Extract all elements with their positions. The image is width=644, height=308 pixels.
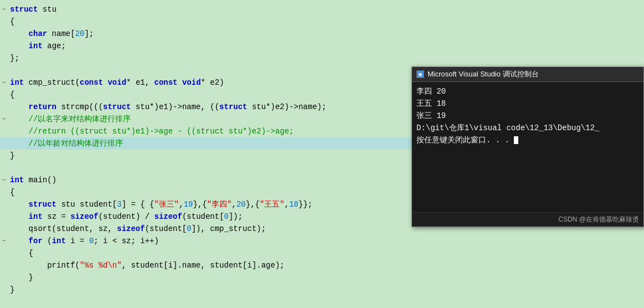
code-text: }; bbox=[8, 52, 640, 64]
code-line: }; bbox=[0, 52, 644, 64]
code-line: } bbox=[0, 271, 644, 284]
code-text: for (int i = 0; i < sz; i++) bbox=[8, 235, 640, 247]
console-window: ▣ Microsoft Visual Studio 调试控制台 李四 20王五 … bbox=[411, 66, 644, 227]
console-body: 李四 20王五 18张三 19D:\git\仓库1\visual code\12… bbox=[412, 82, 643, 212]
console-footer: CSDN @在肯德基吃麻辣烫 bbox=[412, 212, 643, 227]
fold-icon[interactable]: − bbox=[0, 235, 8, 247]
console-line: 李四 20 bbox=[416, 85, 639, 97]
code-text: } bbox=[8, 284, 640, 296]
code-text: int age; bbox=[8, 40, 640, 52]
code-text: } bbox=[8, 271, 640, 284]
code-line: −struct stu bbox=[0, 3, 644, 16]
code-line: { bbox=[0, 16, 644, 28]
console-icon: ▣ bbox=[416, 70, 424, 78]
code-line: − for (int i = 0; i < sz; i++) bbox=[0, 235, 644, 247]
code-line: { bbox=[0, 247, 644, 259]
fold-icon[interactable]: − bbox=[0, 76, 8, 89]
console-titlebar: ▣ Microsoft Visual Studio 调试控制台 bbox=[412, 67, 643, 82]
code-text: struct stu bbox=[8, 3, 640, 16]
code-text: printf("%s %d\n", student[i].name, stude… bbox=[8, 259, 640, 271]
code-line: } bbox=[0, 284, 644, 296]
console-title: Microsoft Visual Studio 调试控制台 bbox=[427, 69, 539, 79]
code-text: char name[20]; bbox=[8, 28, 640, 40]
code-text: { bbox=[8, 16, 640, 28]
fold-icon[interactable]: − bbox=[0, 174, 8, 186]
cursor bbox=[514, 136, 518, 144]
console-line: D:\git\仓库1\visual code\12_13\Debug\12_ bbox=[416, 122, 639, 134]
code-line: char name[20]; bbox=[0, 28, 644, 40]
main-container: −struct stu{ char name[20]; int age;};−i… bbox=[0, 0, 644, 308]
fold-icon[interactable]: − bbox=[0, 113, 8, 125]
code-line: int age; bbox=[0, 40, 644, 52]
fold-icon[interactable]: − bbox=[0, 3, 8, 16]
code-text: { bbox=[8, 247, 640, 259]
console-line: 张三 19 bbox=[416, 110, 639, 122]
code-line: printf("%s %d\n", student[i].name, stude… bbox=[0, 259, 644, 271]
console-line: 王五 18 bbox=[416, 97, 639, 110]
console-line: 按任意键关闭此窗口. . . bbox=[416, 134, 639, 146]
